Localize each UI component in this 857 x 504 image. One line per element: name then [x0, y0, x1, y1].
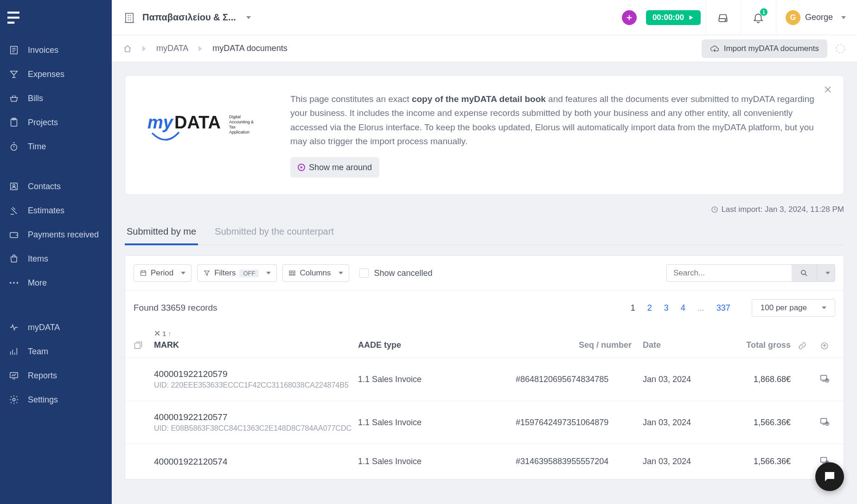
per-page-selector[interactable]: 100 per page [752, 299, 835, 317]
sidebar-item-projects[interactable]: Projects [0, 110, 112, 134]
sidebar-label: Payments received [28, 230, 99, 240]
tab-submitted-by-counterpart[interactable]: Submitted by the counterpart [213, 220, 336, 245]
sidebar-label: Items [28, 254, 48, 264]
filters-state: OFF [239, 269, 259, 277]
sidebar-item-items[interactable]: Items [0, 247, 112, 271]
sidebar-item-settings[interactable]: Settings [0, 388, 112, 412]
table-row[interactable]: 400001922120579 UID: 220EEE353633ECCC1F4… [125, 358, 844, 401]
row-date: Jan 03, 2024 [632, 418, 734, 427]
svg-text:Digital: Digital [229, 115, 241, 119]
sidebar-item-reports[interactable]: Reports [0, 364, 112, 388]
chevron-down-icon [825, 272, 830, 274]
invoice-icon [8, 45, 19, 55]
user-menu[interactable]: G George [776, 0, 846, 35]
chevron-down-icon [246, 16, 251, 19]
cloud-download-icon [710, 44, 719, 53]
search-input[interactable] [666, 264, 792, 282]
header-date[interactable]: Date [632, 340, 734, 350]
row-seq: #1597642497351064879 [516, 418, 632, 427]
select-all-header[interactable] [134, 341, 154, 350]
tab-submitted-by-me[interactable]: Submitted by me [125, 220, 198, 245]
upload-circle-icon [820, 342, 829, 350]
info-text-bold: copy of the myDATA detail book [412, 94, 546, 104]
period-button[interactable]: Period [134, 264, 192, 282]
wallet-icon [8, 230, 19, 240]
storage-button[interactable] [705, 0, 741, 35]
columns-button[interactable]: Columns [282, 264, 349, 282]
company-selector[interactable]: Παπαβασιλείου & Σ... [123, 11, 251, 24]
search-icon [800, 269, 808, 277]
header-type[interactable]: AADE type [358, 340, 516, 350]
svg-point-18 [836, 45, 844, 53]
sidebar-item-team[interactable]: Team [0, 339, 112, 364]
row-uid: UID: 220EEE353633ECCC1F42CC31168038CA224… [154, 381, 358, 389]
breadcrumb-level1[interactable]: myDATA [156, 44, 188, 53]
page-link[interactable]: 2 [647, 303, 652, 313]
show-me-label: Show me around [309, 161, 372, 174]
svg-rect-1 [7, 17, 19, 19]
funnel-icon [203, 269, 211, 277]
page-link[interactable]: 1 [631, 303, 635, 313]
chevron-down-icon [266, 272, 271, 274]
pagination: 1 2 3 4 ... 337 100 per page [631, 299, 835, 317]
timer-value: 00:00:00 [652, 13, 684, 22]
pulse-icon [8, 322, 19, 332]
notifications-button[interactable]: 1 [741, 0, 776, 35]
period-label: Period [151, 268, 173, 278]
filters-button[interactable]: Filters OFF [197, 264, 277, 282]
page-link[interactable]: 4 [681, 303, 685, 313]
svg-rect-30 [293, 274, 295, 275]
sidebar-item-more[interactable]: More [0, 271, 112, 295]
add-button[interactable] [622, 10, 637, 25]
page-link[interactable]: 3 [664, 303, 669, 313]
stopwatch-icon [8, 141, 19, 152]
svg-text:Application: Application [229, 130, 249, 134]
page-link[interactable]: 337 [716, 303, 730, 313]
sidebar-item-invoices[interactable]: Invoices [0, 38, 112, 62]
timer-button[interactable]: 00:00:00 [646, 10, 701, 25]
import-mydata-button[interactable]: Import myDATA documents [702, 39, 827, 58]
sidebar-item-contacts[interactable]: Contacts [0, 174, 112, 198]
row-upload-button[interactable] [819, 416, 830, 427]
breadcrumb: myDATA myDATA documents [123, 44, 288, 53]
device-upload-icon [819, 416, 830, 427]
table-row[interactable]: 400001922120574 1.1 Sales Invoice #31463… [125, 444, 844, 479]
svg-point-8 [13, 185, 15, 187]
show-cancelled-toggle[interactable]: Show cancelled [359, 268, 433, 278]
header-mark-label: MARK [154, 340, 358, 350]
row-upload-button[interactable] [819, 373, 830, 383]
app-logo[interactable] [0, 0, 112, 35]
table-row[interactable]: 400001922120577 UID: E08B5863F38CC84C136… [125, 401, 844, 444]
svg-point-12 [17, 282, 19, 284]
svg-rect-27 [289, 271, 292, 273]
sidebar-item-time[interactable]: Time [0, 134, 112, 159]
sidebar-item-mydata[interactable]: myDATA [0, 315, 112, 339]
more-icon [8, 281, 19, 285]
breadcrumb-home[interactable] [123, 44, 132, 53]
list-card: Period Filters OFF Columns Show cancelle… [125, 255, 844, 480]
sidebar-item-bills[interactable]: Bills [0, 86, 112, 110]
nav-group-records: Contacts Estimates Payments received Ite… [0, 172, 112, 295]
company-name: Παπαβασιλείου & Σ... [142, 12, 236, 23]
avatar: G [786, 10, 800, 25]
sidebar-label: More [28, 278, 47, 288]
close-button[interactable] [823, 85, 832, 94]
header-gross[interactable]: Total gross [734, 340, 791, 350]
header-seq[interactable]: Seq / number [516, 340, 632, 350]
sidebar-item-estimates[interactable]: Estimates [0, 198, 112, 223]
chat-fab[interactable] [815, 462, 844, 491]
main-content: my DATA Digital Accounting & Tax Applica… [112, 62, 857, 504]
chat-icon [823, 470, 837, 484]
search-button[interactable] [792, 264, 817, 282]
show-me-around-button[interactable]: Show me around [290, 157, 379, 178]
row-uid: UID: E08B5863F38CC84C1363C2E148D8C784AA0… [154, 424, 358, 433]
header-upload [814, 342, 835, 350]
chevron-down-icon [339, 272, 343, 274]
header-mark[interactable]: ✕1↑ MARK [154, 329, 358, 350]
nav-group-main: Invoices Expenses Bills Projects Time [0, 35, 112, 159]
sidebar-label: Expenses [28, 70, 64, 79]
sidebar-item-expenses[interactable]: Expenses [0, 62, 112, 86]
sidebar-item-payments-received[interactable]: Payments received [0, 223, 112, 247]
search-dropdown[interactable] [817, 264, 835, 282]
sidebar-label: Bills [28, 94, 43, 103]
